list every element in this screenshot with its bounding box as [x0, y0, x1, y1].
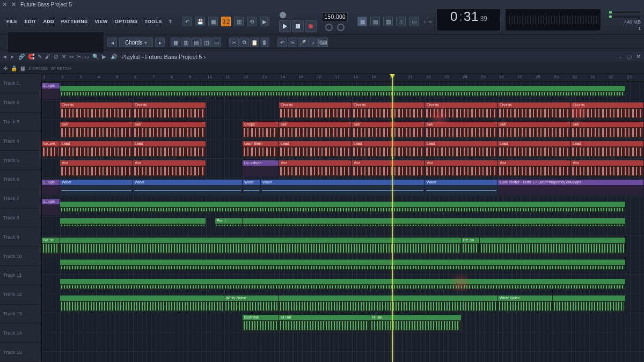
- clip[interactable]: Chops: [243, 122, 279, 138]
- clip[interactable]: Chords: [425, 102, 497, 119]
- track-name[interactable]: Track 9: [0, 227, 41, 247]
- clip[interactable]: [279, 295, 497, 312]
- paste-icon[interactable]: 📋: [250, 38, 259, 47]
- menu-file[interactable]: FILE: [3, 18, 21, 25]
- clip[interactable]: Chords: [60, 102, 133, 119]
- clip[interactable]: Sub: [60, 122, 133, 138]
- clip[interactable]: [243, 218, 625, 227]
- clip[interactable]: L..lope: [42, 199, 60, 215]
- scissors-icon[interactable]: ✂: [288, 38, 297, 47]
- pencil-icon[interactable]: ✎: [38, 54, 42, 60]
- playlist-icon[interactable]: ▦: [357, 17, 367, 26]
- clip[interactable]: Chords: [571, 102, 643, 119]
- track-name[interactable]: Track 5: [0, 151, 41, 170]
- clip[interactable]: Lead: [133, 141, 206, 157]
- song-overview[interactable]: [505, 9, 601, 31]
- track-name[interactable]: Track 3: [0, 113, 41, 132]
- tab-close-icon[interactable]: ✕: [11, 1, 16, 8]
- piano-roll-icon[interactable]: ▤: [370, 17, 380, 26]
- grid-icon[interactable]: ▦: [20, 65, 25, 71]
- track-row[interactable]: L..lope: [42, 197, 644, 217]
- zoom-icon[interactable]: 🔍: [92, 54, 99, 60]
- tool-icon[interactable]: ▦: [171, 38, 180, 47]
- clip[interactable]: Sub: [133, 122, 206, 138]
- clip[interactable]: Lead: [279, 141, 352, 157]
- clip[interactable]: [60, 260, 625, 270]
- maximize-icon[interactable]: ▢: [626, 53, 632, 60]
- clip[interactable]: Lead: [571, 141, 643, 157]
- clip[interactable]: Vox: [279, 160, 352, 176]
- typing-kbd-icon[interactable]: ⌨: [318, 38, 328, 47]
- clip[interactable]: Vox: [498, 160, 570, 176]
- tool-icon[interactable]: ◫: [201, 38, 211, 47]
- tool-icon[interactable]: ▭: [211, 38, 221, 47]
- clip[interactable]: Vox: [352, 160, 425, 176]
- channel-rack-icon[interactable]: ▥: [383, 17, 393, 26]
- clip[interactable]: Re..sh: [462, 238, 479, 254]
- forward-icon[interactable]: ▸: [11, 53, 14, 60]
- clip[interactable]: [60, 279, 625, 290]
- clip[interactable]: Chords: [279, 102, 352, 119]
- track-name[interactable]: Track 12: [0, 285, 41, 305]
- track-name[interactable]: Track 2: [0, 93, 41, 113]
- lock-icon[interactable]: 🔒: [11, 65, 17, 71]
- track-name[interactable]: Track 14: [0, 323, 41, 343]
- pattern-next-icon[interactable]: ▸: [155, 38, 165, 47]
- clip[interactable]: [60, 202, 625, 212]
- clip[interactable]: Le..em: [42, 141, 60, 157]
- clip[interactable]: L..lope: [42, 180, 60, 196]
- pattern-prev-icon[interactable]: ◂: [107, 38, 117, 47]
- zcross-label[interactable]: Z-CROSS: [28, 66, 48, 71]
- clip[interactable]: Vox: [60, 160, 133, 176]
- stop-button[interactable]: [292, 20, 304, 32]
- track-row[interactable]: Le..emLeadLeadLead StemLeadLeadLeadLeadL…: [42, 139, 644, 159]
- onekey-icon[interactable]: ♪: [308, 38, 318, 47]
- clip[interactable]: Hi Hat: [370, 315, 461, 331]
- track-name[interactable]: Track 4: [0, 131, 41, 151]
- clip[interactable]: Chords: [133, 102, 206, 119]
- clip[interactable]: Water: [60, 180, 133, 196]
- track-name[interactable]: Track 6: [0, 170, 41, 189]
- mixer-icon[interactable]: ⎍: [396, 17, 406, 26]
- clip[interactable]: [60, 218, 206, 227]
- pattern-selector[interactable]: ◂ Chords ▾ ▸: [107, 38, 165, 47]
- track-row[interactable]: [42, 333, 644, 352]
- clip[interactable]: Lead Stem: [243, 141, 279, 157]
- track-row[interactable]: White NoiseWhite Noise: [42, 294, 644, 313]
- menu-add[interactable]: ADD: [40, 18, 57, 25]
- arrangement-grid[interactable]: 1234567891011121314151617181920212223242…: [42, 74, 644, 362]
- pattern-name[interactable]: Chords ▾: [119, 38, 153, 47]
- clip[interactable]: Vox: [425, 160, 497, 176]
- clip[interactable]: Water: [243, 180, 260, 196]
- clip[interactable]: Sub: [425, 122, 497, 138]
- select-icon[interactable]: ▭: [84, 54, 89, 60]
- menu-patterns[interactable]: PATTERNS: [58, 18, 91, 25]
- wait-icon[interactable]: ⟲: [247, 17, 257, 26]
- clip[interactable]: Sub: [352, 122, 425, 138]
- swing-knob[interactable]: [325, 24, 333, 31]
- track-name[interactable]: Track 15: [0, 343, 41, 362]
- bar-ruler[interactable]: 1234567891011121314151617181920212223242…: [42, 74, 644, 82]
- clip[interactable]: Sub: [279, 122, 352, 138]
- countdown-icon[interactable]: ▶: [260, 17, 269, 26]
- crosshair-icon[interactable]: ✛: [3, 65, 8, 71]
- link-icon[interactable]: 🔗: [18, 54, 25, 60]
- track-row[interactable]: DownfallHi HatHi Hat: [42, 313, 644, 333]
- clip[interactable]: Downfall: [243, 315, 279, 331]
- record-button[interactable]: [305, 20, 317, 32]
- speaker-icon[interactable]: 🔊: [111, 54, 117, 60]
- counter-display[interactable]: 3.2: [221, 17, 231, 26]
- delete-icon[interactable]: 🗑: [260, 38, 269, 47]
- clip[interactable]: Lead: [352, 141, 425, 157]
- track-name[interactable]: Track 1: [0, 74, 41, 93]
- clip[interactable]: Water: [261, 180, 425, 196]
- clip[interactable]: Sub: [498, 122, 570, 138]
- track-name[interactable]: Track 13: [0, 305, 41, 324]
- back-icon[interactable]: ◂: [3, 53, 6, 60]
- clip[interactable]: Re..sh: [42, 238, 60, 254]
- menu-edit[interactable]: EDIT: [21, 18, 40, 25]
- clip[interactable]: Lo..velope: [243, 160, 279, 176]
- track-row[interactable]: ChordsChordsChordsChordsChordsChordsChor…: [42, 101, 644, 120]
- clip[interactable]: Lead: [60, 141, 133, 157]
- close-playlist-icon[interactable]: ✕: [636, 53, 641, 60]
